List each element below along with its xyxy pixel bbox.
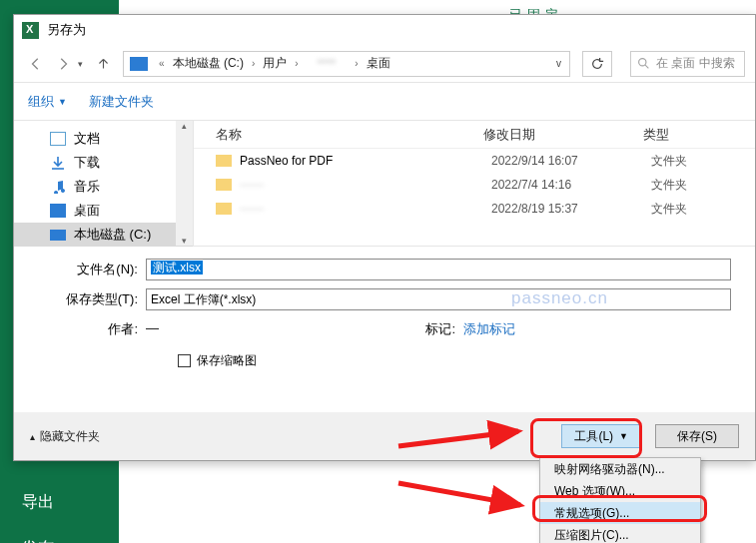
thumbnail-checkbox[interactable]: 保存缩略图 [178, 352, 731, 369]
dialog-title: 另存为 [47, 21, 86, 39]
nav-tree: 文档 下载 音乐 桌面 本地磁盘 (C:) ▴▾ [14, 121, 194, 246]
author-value[interactable]: — [146, 320, 356, 338]
file-list: 名称 修改日期 类型 PassNeo for PDF2022/9/14 16:0… [194, 121, 755, 246]
tools-menu: 映射网络驱动器(N)... Web 选项(W)... 常规选项(G)... 压缩… [539, 457, 701, 543]
col-name[interactable]: 名称 [194, 126, 483, 144]
search-placeholder: 在 桌面 中搜索 [656, 55, 735, 72]
svg-line-2 [398, 483, 520, 505]
arrow-to-tools [398, 411, 528, 455]
col-type[interactable]: 类型 [643, 126, 755, 144]
folder-icon [216, 179, 232, 191]
crumb-drive[interactable]: 本地磁盘 (C:) [170, 55, 247, 72]
documents-icon [50, 132, 66, 146]
tree-music[interactable]: 音乐 [14, 175, 193, 199]
folder-icon [216, 203, 232, 215]
author-label: 作者: [38, 320, 146, 338]
nav-back-button[interactable] [24, 52, 48, 76]
crumb-desktop[interactable]: 桌面 [364, 55, 393, 72]
checkbox-icon [178, 354, 191, 367]
menu-compress-pics[interactable]: 压缩图片(C)... [540, 524, 700, 543]
refresh-button[interactable] [582, 51, 612, 77]
save-button[interactable]: 保存(S) [655, 424, 739, 448]
new-folder-button[interactable]: 新建文件夹 [89, 93, 154, 111]
tools-button[interactable]: 工具(L)▼ [561, 424, 641, 448]
drive-icon [50, 230, 66, 241]
nav-history-dropdown[interactable]: ▾ [78, 59, 88, 69]
tags-label: 标记: [356, 320, 463, 338]
folder-icon [216, 155, 232, 167]
filetype-select[interactable]: Excel 工作簿(*.xlsx) [146, 288, 731, 310]
svg-point-0 [639, 59, 646, 66]
col-date[interactable]: 修改日期 [483, 126, 643, 144]
filename-label: 文件名(N): [38, 261, 146, 278]
organize-button[interactable]: 组织▼ [28, 93, 67, 111]
menu-general-options[interactable]: 常规选项(G)... [540, 502, 700, 524]
search-input[interactable]: 在 桌面 中搜索 [630, 51, 745, 77]
menu-map-drive[interactable]: 映射网络驱动器(N)... [540, 458, 700, 480]
save-as-dialog: 另存为 ▾ « 本地磁盘 (C:)› 用户› ****› 桌面 v 在 桌面 中… [13, 14, 756, 461]
tree-drive-c[interactable]: 本地磁盘 (C:) [14, 223, 193, 247]
arrow-to-general [398, 479, 528, 523]
tree-scrollbar[interactable]: ▴▾ [176, 121, 193, 246]
list-item[interactable]: ——2022/7/4 14:16文件夹 [194, 173, 755, 197]
menu-web-options[interactable]: Web 选项(W)... [540, 480, 700, 502]
tree-desktop[interactable]: 桌面 [14, 199, 193, 223]
backstage-send[interactable]: 发布 [0, 524, 76, 543]
desktop-icon [50, 204, 66, 218]
excel-icon [22, 22, 39, 39]
music-icon [50, 180, 66, 194]
tags-value[interactable]: 添加标记 [463, 320, 673, 338]
hide-folders-toggle[interactable]: ▴隐藏文件夹 [30, 428, 100, 445]
tree-downloads[interactable]: 下载 [14, 151, 193, 175]
downloads-icon [50, 156, 66, 170]
filetype-label: 保存类型(T): [38, 290, 146, 308]
watermark: passneo.cn [511, 288, 608, 308]
list-item[interactable]: ——2022/8/19 15:37文件夹 [194, 197, 755, 221]
drive-icon [130, 57, 148, 71]
crumb-user[interactable]: 用户 [260, 55, 290, 72]
tree-documents[interactable]: 文档 [14, 127, 193, 151]
list-item[interactable]: PassNeo for PDF2022/9/14 16:07文件夹 [194, 149, 755, 173]
svg-line-1 [398, 431, 518, 446]
crumb-redacted[interactable]: **** [304, 57, 351, 71]
nav-forward-button[interactable] [51, 52, 75, 76]
nav-up-button[interactable] [91, 52, 115, 76]
address-bar[interactable]: « 本地磁盘 (C:)› 用户› ****› 桌面 v [123, 51, 570, 77]
filename-input[interactable]: 测试.xlsx [146, 259, 731, 280]
backstage-export[interactable]: 导出 [0, 478, 76, 527]
